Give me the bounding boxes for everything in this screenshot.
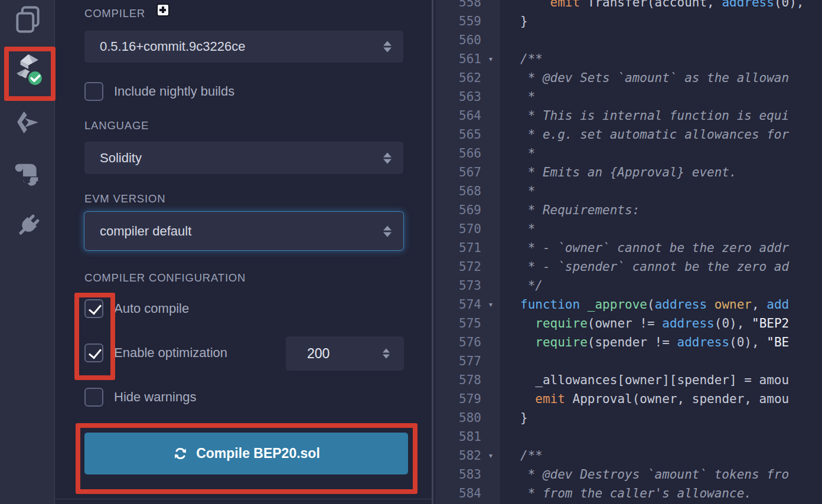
- select-carets-icon: [383, 41, 392, 53]
- line-number: 566: [435, 144, 481, 163]
- nightly-builds-row: Include nightly builds: [84, 82, 234, 101]
- line-number: 573: [435, 276, 481, 295]
- file-explorer-icon[interactable]: [0, 5, 55, 34]
- language-value: Solidity: [84, 150, 142, 166]
- code-text: * e.g. set automatic allowances for: [500, 125, 789, 144]
- auto-compile-row: Auto compile: [84, 299, 189, 318]
- compile-button-label: Compile BEP20.sol: [196, 446, 320, 462]
- language-select[interactable]: Solidity: [84, 142, 403, 174]
- line-number: 564: [435, 106, 481, 125]
- code-text: [500, 31, 520, 50]
- line-number: 576: [435, 333, 481, 352]
- number-stepper-icon[interactable]: [383, 349, 390, 359]
- fold-spacer: [481, 238, 500, 257]
- fold-spacer: [481, 68, 500, 87]
- code-line[interactable]: 562 * @dev Sets `amount` as the allowan: [435, 68, 822, 87]
- code-line[interactable]: 573 */: [435, 276, 822, 295]
- optimization-runs-input[interactable]: 200: [286, 336, 404, 371]
- code-lines-container: 558 emit Transfer(account, address(0),55…: [435, 0, 822, 503]
- code-editor[interactable]: 558 emit Transfer(account, address(0),55…: [432, 0, 822, 504]
- fold-spacer: [481, 333, 500, 352]
- code-line[interactable]: 579 emit Approval(owner, spender, amou: [435, 390, 822, 408]
- code-line[interactable]: 584 * from the caller's allowance.: [435, 484, 822, 503]
- code-line[interactable]: 577: [435, 352, 822, 371]
- fold-spacer: [481, 352, 500, 371]
- plugin-manager-icon[interactable]: [0, 211, 55, 241]
- line-number: 568: [435, 182, 481, 201]
- fold-spacer: [481, 125, 500, 144]
- scroll-glyph-icon: [14, 161, 42, 188]
- panel-bottom-divider: [55, 499, 432, 499]
- code-text: * - `spender` cannot be the zero ad: [500, 257, 789, 276]
- line-number: 572: [435, 257, 481, 276]
- line-number: 571: [435, 238, 481, 257]
- line-number: 559: [435, 12, 481, 31]
- code-text: [500, 352, 520, 371]
- line-number: 569: [435, 201, 481, 220]
- code-text: /**: [500, 446, 543, 465]
- code-text: * from the caller's allowance.: [500, 484, 752, 503]
- code-line[interactable]: 559}: [435, 12, 822, 31]
- code-line[interactable]: 568 *: [435, 182, 822, 201]
- nightly-builds-checkbox[interactable]: [84, 82, 103, 101]
- solidity-compiler-icon[interactable]: [0, 53, 55, 86]
- remix-ide-window: COMPILER 0.5.16+commit.9c3226ce Include …: [0, 0, 822, 504]
- compiler-version-select[interactable]: 0.5.16+commit.9c3226ce: [84, 31, 403, 63]
- fold-spacer: [481, 0, 500, 12]
- code-line[interactable]: 575 require(owner != address(0), "BEP2: [435, 314, 822, 333]
- hide-warnings-row: Hide warnings: [84, 388, 196, 407]
- line-number: 560: [435, 31, 481, 50]
- deploy-run-icon[interactable]: [0, 110, 55, 135]
- line-number: 561: [435, 50, 481, 68]
- code-line[interactable]: 571 * - `owner` cannot be the zero addr: [435, 238, 822, 257]
- fold-arrow-icon[interactable]: ▾: [481, 295, 500, 314]
- compiler-version-value: 0.5.16+commit.9c3226ce: [84, 39, 245, 54]
- enable-optimization-row: Enable optimization: [84, 343, 227, 362]
- code-line[interactable]: 569 * Requirements:: [435, 201, 822, 220]
- code-line[interactable]: 581: [435, 427, 822, 446]
- code-line[interactable]: 570 *: [435, 220, 822, 238]
- code-line[interactable]: 558 emit Transfer(account, address(0),: [435, 0, 822, 12]
- code-line[interactable]: 565 * e.g. set automatic allowances for: [435, 125, 822, 144]
- code-line[interactable]: 583 * @dev Destroys `amount` tokens fro: [435, 465, 822, 484]
- line-number: 583: [435, 465, 481, 484]
- language-section-label: LANGUAGE: [84, 119, 149, 132]
- code-line[interactable]: 560: [435, 31, 822, 50]
- code-text: /**: [500, 50, 543, 68]
- code-line[interactable]: 564 * This is internal function is equi: [435, 106, 822, 125]
- code-text: *: [500, 220, 535, 238]
- enable-optimization-label: Enable optimization: [114, 345, 227, 361]
- auto-compile-checkbox[interactable]: [84, 299, 103, 318]
- code-line[interactable]: 567 * Emits an {Approval} event.: [435, 163, 822, 182]
- code-line[interactable]: 580}: [435, 408, 822, 427]
- code-line[interactable]: 566 *: [435, 144, 822, 163]
- line-number: 558: [435, 0, 481, 12]
- auto-compile-label: Auto compile: [114, 301, 189, 316]
- code-line[interactable]: 574▾function _approve(address owner, add: [435, 295, 822, 314]
- code-line[interactable]: 578 _allowances[owner][spender] = amou: [435, 371, 822, 390]
- fold-arrow-icon[interactable]: ▾: [481, 446, 500, 465]
- compiler-section-label: COMPILER: [84, 7, 145, 20]
- code-text: *: [500, 87, 535, 106]
- fold-spacer: [481, 106, 500, 125]
- compile-button[interactable]: Compile BEP20.sol: [84, 433, 408, 474]
- fold-arrow-icon[interactable]: ▾: [481, 50, 500, 68]
- evm-version-select[interactable]: compiler default: [84, 212, 403, 250]
- hide-warnings-checkbox[interactable]: [84, 388, 103, 407]
- code-line[interactable]: 563 *: [435, 87, 822, 106]
- code-text: require(owner != address(0), "BEP2: [500, 314, 789, 333]
- scroll-icon[interactable]: [0, 161, 55, 188]
- select-carets-icon: [383, 225, 392, 237]
- files-icon: [14, 5, 42, 34]
- code-text: function _approve(address owner, add: [500, 295, 789, 314]
- code-line[interactable]: 572 * - `spender` cannot be the zero ad: [435, 257, 822, 276]
- enable-optimization-checkbox[interactable]: [84, 343, 103, 362]
- code-line[interactable]: 582▾/**: [435, 446, 822, 465]
- fold-spacer: [481, 408, 500, 427]
- add-custom-compiler-icon[interactable]: [156, 4, 169, 17]
- code-line[interactable]: 576 require(spender != address(0), "BE: [435, 333, 822, 352]
- code-line[interactable]: 561▾/**: [435, 50, 822, 68]
- fold-spacer: [481, 465, 500, 484]
- fold-spacer: [481, 182, 500, 201]
- optimization-runs-value: 200: [307, 346, 330, 362]
